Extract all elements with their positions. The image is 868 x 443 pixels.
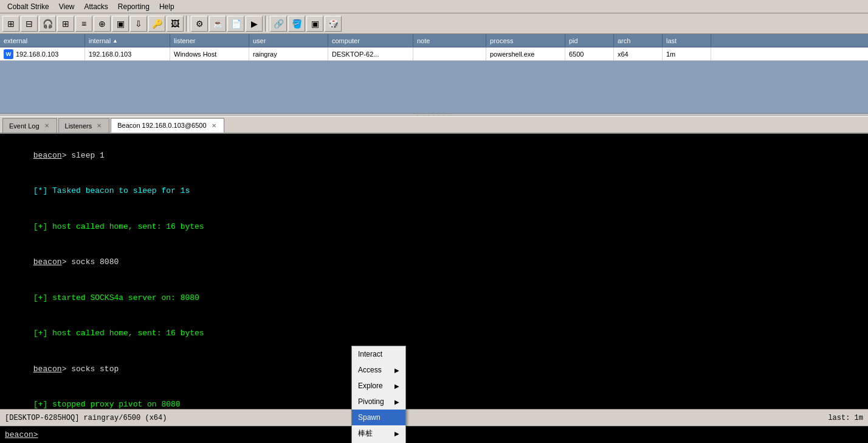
tb-target[interactable]: ⊕ (94, 16, 111, 32)
menu-view[interactable]: View (54, 1, 80, 12)
beacon-table: external internal ▲ listener user comput… (0, 34, 868, 113)
tb-download[interactable]: ⇩ (130, 16, 147, 32)
tb-bucket[interactable]: 🪣 (288, 16, 305, 32)
ctx-spawn[interactable]: Spawn (352, 410, 405, 425)
tb-btn-2[interactable]: ⊟ (21, 16, 38, 32)
tb-doc[interactable]: 📄 (227, 16, 244, 32)
tab-beacon[interactable]: Beacon 192.168.0.103@6500 ✕ (111, 118, 224, 133)
col-internal[interactable]: internal ▲ (85, 34, 170, 47)
cell-listener: Windows Host (170, 47, 249, 60)
ctx-explore-arrow: ▶ (394, 383, 399, 389)
tb-headphones[interactable]: 🎧 (39, 16, 56, 32)
menu-attacks[interactable]: Attacks (80, 1, 113, 12)
beacon-input[interactable] (41, 430, 863, 439)
table-header: external internal ▲ listener user comput… (0, 34, 868, 47)
col-note[interactable]: note (413, 34, 486, 47)
cell-arch: x64 (614, 47, 663, 60)
cell-note (413, 47, 486, 60)
tb-play[interactable]: ▶ (246, 16, 263, 32)
splitter-handle: · · · · · · · (418, 113, 451, 118)
col-external[interactable]: external (0, 34, 85, 47)
ctx-access-arrow: ▶ (394, 367, 399, 374)
cell-computer: DESKTOP-62... (328, 47, 413, 60)
ctx-pivoting-arrow: ▶ (394, 399, 399, 405)
beacon-icon: W (4, 49, 13, 59)
status-left: [DESKTOP-6285HOQ] raingray/6500 (x64) (5, 414, 167, 422)
toolbar: ⊞ ⊟ 🎧 ⊞ ≡ ⊕ ▣ ⇩ 🔑 🖼 ⚙ ☕ 📄 ▶ 🔗 🪣 ▣ 🎲 (0, 13, 868, 34)
term-line-8: [+] stopped proxy pivot on 8080 (5, 387, 863, 410)
tab-event-log[interactable]: Event Log ✕ (2, 118, 57, 133)
cell-last: 1m (663, 47, 711, 60)
cell-internal: 192.168.0.103 (85, 47, 170, 60)
col-process[interactable]: process (486, 34, 565, 47)
ctx-bangzhuang-arrow: ▶ (394, 430, 399, 437)
tb-sep-2 (265, 16, 267, 32)
tb-key[interactable]: 🔑 (148, 16, 165, 32)
term-line-5: [+] started SOCKS4a server on: 8080 (5, 280, 863, 316)
sort-arrow: ▲ (112, 38, 118, 44)
tb-gear[interactable]: ⚙ (191, 16, 208, 32)
col-pid[interactable]: pid (565, 34, 614, 47)
tab-close-beacon[interactable]: ✕ (210, 122, 218, 129)
context-menu: Interact Access ▶ Explore ▶ Pivoting ▶ S… (351, 346, 406, 443)
col-computer[interactable]: computer (328, 34, 413, 47)
cell-external: W 192.168.0.103 (0, 47, 85, 60)
menu-reporting[interactable]: Reporting (113, 1, 154, 12)
ctx-interact[interactable]: Interact (352, 346, 405, 362)
status-right: last: 1m (828, 414, 863, 422)
tb-dice[interactable]: 🎲 (325, 16, 342, 32)
tb-img[interactable]: 🖼 (167, 16, 184, 32)
tb-block[interactable]: ▣ (306, 16, 323, 32)
cell-pid: 6500 (565, 47, 614, 60)
term-line-7: beacon> socks stop (5, 351, 863, 387)
ctx-explore[interactable]: Explore ▶ (352, 378, 405, 394)
tab-close-event-log[interactable]: ✕ (43, 122, 50, 130)
cell-user: raingray (249, 47, 328, 60)
term-line-4: beacon> socks 8080 (5, 245, 863, 281)
tb-list[interactable]: ≡ (75, 16, 92, 32)
ctx-bangzhuang[interactable]: 棒桩 ▶ (352, 425, 405, 441)
tab-listeners[interactable]: Listeners ✕ (58, 118, 110, 133)
col-listener[interactable]: listener (170, 34, 249, 47)
status-bar: [DESKTOP-6285HOQ] raingray/6500 (x64) la… (0, 409, 868, 426)
tab-close-listeners[interactable]: ✕ (95, 122, 103, 130)
term-line-1: beacon> sleep 1 (5, 138, 863, 173)
term-line-2: [*] Tasked beacon to sleep for 1s (5, 173, 863, 209)
input-prompt: beacon> (5, 430, 38, 439)
tb-sep-1 (186, 16, 188, 32)
cell-process: powershell.exe (486, 47, 565, 60)
menu-cobalt-strike[interactable]: Cobalt Strike (2, 1, 54, 12)
terminal: beacon> sleep 1 [*] Tasked beacon to sle… (0, 134, 868, 409)
term-line-6: [+] host called home, sent: 16 bytes (5, 316, 863, 352)
col-user[interactable]: user (249, 34, 328, 47)
term-line-3: [+] host called home, sent: 16 bytes (5, 209, 863, 245)
table-row[interactable]: W 192.168.0.103 192.168.0.103 Windows Ho… (0, 47, 868, 61)
col-arch[interactable]: arch (614, 34, 663, 47)
menu-help[interactable]: Help (154, 1, 179, 12)
tab-bar: Event Log ✕ Listeners ✕ Beacon 192.168.0… (0, 117, 868, 134)
tb-screen[interactable]: ▣ (112, 16, 129, 32)
tb-btn-1[interactable]: ⊞ (2, 16, 19, 32)
ctx-access[interactable]: Access ▶ (352, 362, 405, 378)
col-last[interactable]: last (663, 34, 711, 47)
tb-link[interactable]: 🔗 (270, 16, 287, 32)
menu-bar: Cobalt Strike View Attacks Reporting Hel… (0, 0, 868, 13)
tb-coffee[interactable]: ☕ (209, 16, 226, 32)
tb-grid[interactable]: ⊞ (57, 16, 74, 32)
input-bar[interactable]: beacon> (0, 426, 868, 443)
ctx-pivoting[interactable]: Pivoting ▶ (352, 394, 405, 410)
